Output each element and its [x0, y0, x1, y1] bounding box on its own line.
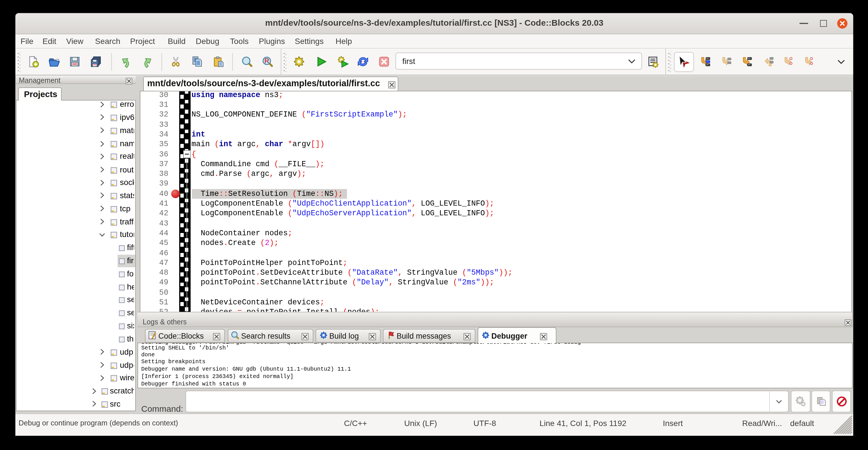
svg-text:R: R: [265, 57, 269, 64]
